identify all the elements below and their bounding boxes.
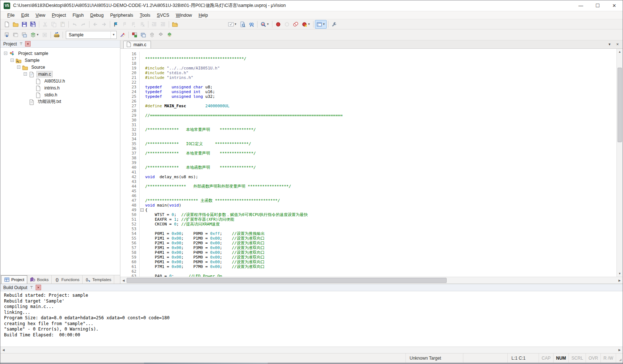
code-line-57[interactable]: 57 P3M1 = 0x00; P3M0 = 0x00; //设置为准双向口	[120, 245, 616, 250]
code-line-45[interactable]: 45	[120, 189, 616, 193]
collapse-icon[interactable]: −	[17, 65, 20, 69]
find-in-files-button[interactable]	[238, 20, 247, 29]
tab-main-c[interactable]: main.c	[123, 41, 151, 48]
insert-bookmark-button[interactable]	[112, 20, 120, 29]
code-line-53[interactable]: 53	[120, 227, 616, 231]
kill-all-breakpoints-button[interactable]: ▼	[300, 20, 312, 29]
code-line-36[interactable]: 36	[120, 146, 616, 151]
code-line-34[interactable]: 34	[120, 137, 616, 141]
code-line-60[interactable]: 60 P6M1 = 0x00; P6M0 = 0x00; //设置为准双向口	[120, 260, 616, 264]
paste-button[interactable]	[58, 20, 67, 29]
open-file-button[interactable]	[11, 20, 20, 29]
tree-item-main.c[interactable]: −main.c	[0, 71, 120, 77]
code-line-38[interactable]: 38	[120, 156, 616, 160]
code-line-63[interactable]: 63 P40 = 0; //LED Power On	[120, 274, 616, 277]
collapse-icon[interactable]: −	[24, 72, 27, 76]
collapse-icon[interactable]: −	[4, 52, 7, 55]
code-line-41[interactable]: 41	[120, 170, 616, 175]
menu-help[interactable]: Help	[195, 12, 211, 19]
code-line-31[interactable]: 31	[120, 123, 616, 127]
clear-bookmarks-button[interactable]	[138, 20, 147, 29]
batch-build-button[interactable]: ▼	[29, 31, 40, 39]
configure-wrench-button[interactable]	[330, 20, 339, 29]
panel-tab-functions[interactable]: {}Functions	[52, 275, 83, 284]
dropdown-arrow-icon[interactable]: ▼	[267, 23, 269, 26]
code-line-61[interactable]: 61 P7M1 = 0x00; P7M0 = 0x00; //设置为准双向口	[120, 264, 616, 269]
menu-svcs[interactable]: SVCS	[153, 12, 172, 19]
toggle-breakpoint-button[interactable]	[274, 20, 283, 29]
code-line-19[interactable]: 19#include "../../comm/AI8051U.h"	[120, 66, 616, 71]
code-line-40[interactable]: 40/************* 本地函数声明 **************/	[120, 165, 616, 170]
code-line-37[interactable]: 37/************* 本地变量声明 **************/	[120, 151, 616, 156]
code-line-55[interactable]: 55 P1M1 = 0x00; P1M0 = 0x00; //设置为准双向口	[120, 236, 616, 241]
redo-button[interactable]	[79, 20, 88, 29]
code-line-49[interactable]: 49−{	[120, 208, 616, 212]
download-load-button[interactable]: LOAD	[52, 31, 61, 39]
target-select[interactable]: Sample▼	[66, 31, 117, 39]
panel-tab-project[interactable]: Project	[1, 275, 27, 284]
dropdown-arrow-icon[interactable]: ▼	[234, 23, 237, 26]
menu-tools[interactable]: Tools	[136, 12, 153, 19]
options-for-target-button[interactable]	[118, 31, 127, 39]
editor-horizontal-scrollbar[interactable]: ◀ ▶	[120, 277, 623, 284]
previous-bookmark-button[interactable]	[120, 20, 129, 29]
project-environment-button[interactable]	[165, 31, 174, 39]
build-target-button[interactable]	[11, 31, 20, 39]
scroll-up-icon[interactable]: ▲	[617, 49, 623, 55]
maximize-button[interactable]: ☐	[589, 0, 606, 11]
rebuild-all-button[interactable]	[20, 31, 29, 39]
cut-button[interactable]	[41, 20, 49, 29]
panel-tab-books[interactable]: ?Books	[27, 275, 52, 284]
minimize-button[interactable]: —	[572, 0, 589, 11]
scroll-right-icon[interactable]: ▶	[616, 277, 623, 284]
code-line-44[interactable]: 44/**************** 外部函数声明和外部变量声明 ******…	[120, 184, 616, 189]
code-line-24[interactable]: 24typedef unsigned int u16;	[120, 89, 616, 94]
menu-project[interactable]: Project	[49, 12, 69, 19]
stop-build-button[interactable]	[40, 31, 49, 39]
chevron-down-icon[interactable]: ▼	[111, 31, 116, 39]
tree-item-intrins.h[interactable]: intrins.h	[0, 84, 120, 91]
code-line-23[interactable]: 23typedef unsigned char u8;	[120, 85, 616, 89]
code-line-27[interactable]: 27#define MAIN_Fosc 24000000UL	[120, 104, 616, 108]
tree-item-source[interactable]: −Source	[0, 64, 120, 71]
code-line-20[interactable]: 20#include "stdio.h"	[120, 71, 616, 75]
insert-template-button[interactable]	[171, 20, 179, 29]
resize-grip[interactable]: ◢	[616, 353, 623, 363]
close-icon[interactable]: ✕	[36, 285, 41, 290]
menu-flash[interactable]: Flash	[69, 12, 87, 19]
editor-vertical-scrollbar[interactable]: ▲ ▼	[616, 49, 623, 277]
close-tab-icon[interactable]: ✕	[615, 41, 620, 47]
code-line-43[interactable]: 43	[120, 179, 616, 184]
code-line-51[interactable]: 51 EAXFR = 1; //扩展寄存器(XFR)访问使能	[120, 217, 616, 222]
indent-button[interactable]	[150, 20, 159, 29]
copy-button[interactable]	[49, 20, 58, 29]
code-line-59[interactable]: 59 P5M1 = 0x00; P5M0 = 0x00; //设置为准双向口	[120, 255, 616, 260]
tree-item-project-sample[interactable]: −Project: sample	[0, 50, 120, 57]
tree-item-sample[interactable]: −Sample	[0, 57, 120, 64]
incremental-find-button[interactable]	[247, 20, 256, 29]
dropdown-arrow-icon[interactable]: ▼	[36, 33, 39, 36]
code-line-16[interactable]: 16	[120, 52, 616, 56]
code-line-33[interactable]: 33	[120, 132, 616, 137]
tree-item--.txt[interactable]: 功能说明.txt	[0, 98, 120, 105]
code-line-54[interactable]: 54 P0M1 = 0x00; P0M0 = 0xff; //设置为推挽输出	[120, 231, 616, 236]
code-line-52[interactable]: 52 CKCON = 0; //提高访问XRAM速度	[120, 222, 616, 227]
scroll-left-icon[interactable]: ◀	[0, 347, 7, 353]
collapse-icon[interactable]: −	[11, 59, 14, 62]
navigate-forward-button[interactable]	[100, 20, 108, 29]
next-bookmark-button[interactable]	[129, 20, 138, 29]
manage-layers-button[interactable]	[148, 31, 156, 39]
code-line-46[interactable]: 46	[120, 193, 616, 198]
code-line-18[interactable]: 18	[120, 61, 616, 66]
build-output-text[interactable]: Rebuild started: Project: sample Rebuild…	[0, 291, 623, 347]
undo-button[interactable]	[70, 20, 79, 29]
menu-edit[interactable]: Edit	[18, 12, 32, 19]
save-button[interactable]	[20, 20, 29, 29]
scroll-down-icon[interactable]: ▼	[617, 271, 623, 277]
tree-item-stdio.h[interactable]: stdio.h	[0, 91, 120, 98]
dropdown-arrow-icon[interactable]: ▼	[323, 23, 326, 26]
code-line-35[interactable]: 35/************* IO口定义 **************/	[120, 141, 616, 146]
scroll-right-icon[interactable]: ▶	[616, 347, 623, 353]
code-line-48[interactable]: 48void main(void)	[120, 203, 616, 208]
code-line-50[interactable]: 50 WTST = 0; //设置程序指令延时参数，赋值为0可将CPU执行指令的…	[120, 212, 616, 217]
